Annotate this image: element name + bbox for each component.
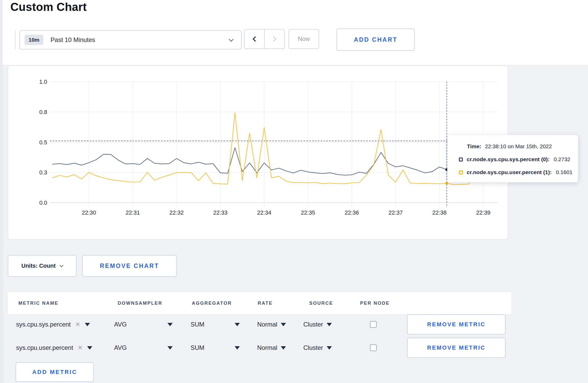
source-select[interactable]: Cluster	[303, 314, 332, 335]
series-user-swatch-icon	[459, 171, 463, 174]
chart-tooltip: Time: 22:38:10 on Mar 15th, 2022 cr.node…	[447, 135, 578, 182]
metric-name-value: sys.cpu.sys.percent	[16, 321, 71, 328]
time-prev-button[interactable]	[245, 30, 264, 48]
add-chart-button[interactable]: ADD CHART	[337, 29, 415, 51]
chart-plot[interactable]: 0.00.30.50.81.022:3022:3122:3222:3322:34…	[8, 66, 508, 239]
remove-metric-button[interactable]: REMOVE METRIC	[407, 338, 506, 358]
aggregator-select[interactable]: SUM	[191, 314, 240, 335]
hover-dot-1	[445, 182, 448, 185]
chevron-down-icon	[60, 263, 63, 267]
rate-value: Normal	[257, 344, 277, 351]
series-sys-swatch-icon	[459, 158, 463, 161]
x-axis-tick-label: 22:33	[213, 209, 227, 216]
tooltip-time-row: Time: 22:38:10 on Mar 15th, 2022	[467, 143, 578, 150]
column-header-rate: RATE	[258, 301, 273, 306]
tooltip-series-value: 0.1601	[556, 169, 572, 175]
downsampler-value: AVG	[114, 344, 127, 351]
units-label: Units: Count	[22, 263, 56, 269]
tooltip-series-name: cr.node.sys.cpu.user.percent (1):	[467, 169, 552, 175]
caret-down-icon	[327, 323, 332, 326]
x-axis-tick-label: 22:36	[345, 209, 359, 216]
column-header-source: SOURCE	[309, 301, 333, 306]
rate-select[interactable]: Normal	[257, 337, 286, 358]
metrics-table-header: METRIC NAMEDOWNSAMPLERAGGREGATORRATESOUR…	[8, 292, 511, 314]
page-title: Custom Chart	[10, 1, 87, 13]
caret-down-icon	[87, 346, 92, 350]
rate-select[interactable]: Normal	[257, 314, 286, 335]
tooltip-time-value: 22:38:10 on Mar 15th, 2022	[485, 143, 552, 150]
now-button[interactable]: Now	[289, 29, 319, 49]
source-value: Cluster	[303, 344, 323, 351]
chevron-left-icon	[253, 36, 258, 42]
aggregator-value: SUM	[191, 344, 204, 351]
downsampler-select[interactable]: AVG	[114, 314, 173, 335]
metric-row: sys.cpu.user.percent✕AVGSUMNormalCluster…	[8, 337, 511, 358]
metric-name-value: sys.cpu.user.percent	[16, 344, 73, 351]
downsampler-select[interactable]: AVG	[114, 337, 173, 358]
x-axis-tick-label: 22:34	[257, 209, 271, 216]
source-value: Cluster	[303, 321, 323, 328]
chevron-right-icon	[271, 36, 276, 42]
chevron-down-icon	[229, 37, 233, 41]
x-axis-tick-label: 22:31	[125, 209, 140, 216]
x-axis-tick-label: 22:38	[432, 209, 446, 216]
tooltip-time-label: Time:	[467, 143, 481, 150]
x-axis-tick-label: 22:35	[301, 209, 315, 216]
caret-down-icon	[167, 323, 173, 326]
clear-metric-icon[interactable]: ✕	[78, 344, 83, 351]
series-line-1	[52, 113, 498, 185]
metric-name-select[interactable]: sys.cpu.user.percent✕	[16, 337, 92, 358]
caret-down-icon	[281, 346, 286, 350]
caret-down-icon	[235, 346, 240, 350]
time-range-label: Past 10 Minutes	[51, 36, 95, 44]
time-range-badge: 10m	[25, 35, 43, 45]
caret-down-icon	[281, 323, 286, 326]
y-axis-tick-label: 0.5	[39, 139, 47, 146]
column-header-metric-name: METRIC NAME	[18, 301, 59, 306]
remove-chart-button[interactable]: REMOVE CHART	[82, 255, 177, 277]
column-header-downsampler: DOWNSAMPLER	[118, 301, 163, 306]
caret-down-icon	[327, 346, 332, 350]
series-line-0	[52, 148, 498, 175]
tooltip-series-name: cr.node.sys.cpu.sys.percent (0):	[467, 156, 550, 162]
units-select[interactable]: Units: Count	[8, 255, 76, 277]
y-axis-tick-label: 0.8	[39, 109, 47, 115]
column-header-per-node: PER NODE	[360, 301, 390, 306]
aggregator-value: SUM	[191, 321, 204, 328]
metric-name-select[interactable]: sys.cpu.sys.percent✕	[16, 314, 90, 335]
downsampler-value: AVG	[114, 321, 127, 328]
caret-down-icon	[85, 323, 90, 326]
x-axis-tick-label: 22:30	[82, 209, 96, 216]
x-axis-tick-label: 22:39	[476, 209, 490, 216]
add-metric-button[interactable]: ADD METRIC	[16, 362, 94, 382]
source-select[interactable]: Cluster	[303, 337, 332, 358]
metrics-table-rows: sys.cpu.sys.percent✕AVGSUMNormalClusterR…	[8, 314, 511, 361]
per-node-checkbox[interactable]	[370, 321, 377, 328]
time-range-select[interactable]: 10m Past 10 Minutes	[19, 30, 242, 49]
aggregator-select[interactable]: SUM	[191, 337, 240, 358]
page-edge-strip	[0, 0, 3, 383]
per-node-checkbox[interactable]	[370, 344, 377, 351]
caret-down-icon	[167, 346, 173, 350]
chart-card: 0.00.30.50.81.022:3022:3122:3222:3322:34…	[8, 66, 508, 240]
timescale-divider	[15, 30, 16, 49]
metric-row: sys.cpu.sys.percent✕AVGSUMNormalClusterR…	[8, 314, 511, 335]
clear-metric-icon[interactable]: ✕	[75, 321, 80, 328]
x-axis-tick-label: 22:32	[169, 209, 184, 216]
column-header-aggregator: AGGREGATOR	[192, 301, 232, 306]
tooltip-series-value: 0.2732	[554, 156, 570, 162]
tooltip-series-row: cr.node.sys.cpu.user.percent (1): 0.1601	[459, 169, 578, 175]
y-axis-tick-label: 0.3	[39, 169, 47, 176]
remove-metric-button[interactable]: REMOVE METRIC	[407, 314, 506, 335]
time-pager	[244, 29, 285, 49]
time-next-button[interactable]	[264, 30, 284, 48]
y-axis-tick-label: 1.0	[39, 79, 47, 85]
caret-down-icon	[235, 323, 240, 326]
x-axis-tick-label: 22:37	[388, 209, 403, 216]
rate-value: Normal	[257, 321, 277, 328]
y-axis-tick-label: 0.0	[39, 200, 47, 206]
tooltip-series-row: cr.node.sys.cpu.sys.percent (0): 0.2732	[459, 156, 578, 162]
